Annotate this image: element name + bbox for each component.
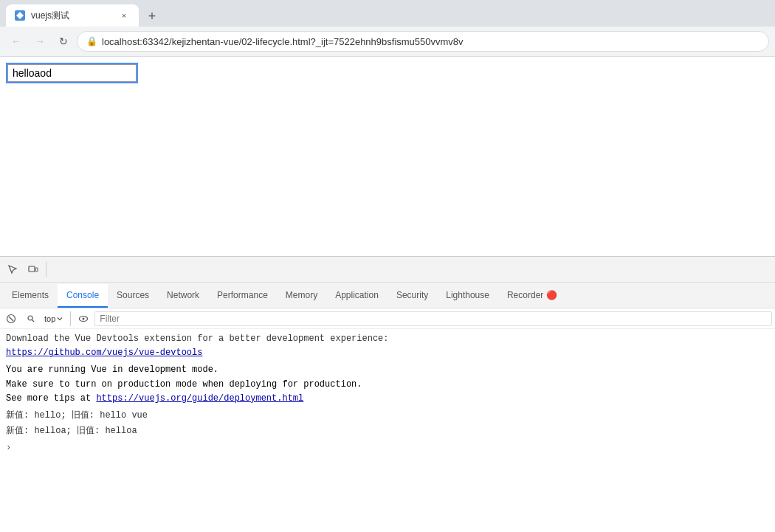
tab-recorder[interactable]: Recorder 🔴: [498, 284, 566, 308]
inspect-element-button[interactable]: [3, 260, 22, 279]
tab-title: vuejs测试: [31, 10, 112, 22]
console-devmode-line3: See more tips at: [6, 393, 96, 404]
console-input[interactable]: [14, 443, 769, 454]
console-filter-input[interactable]: [94, 311, 772, 326]
console-log1-text: 新值: hello; 旧值: hello vue: [6, 410, 148, 421]
console-message-log1: 新值: hello; 旧值: hello vue: [6, 409, 769, 423]
svg-rect-1: [35, 268, 38, 272]
favicon-icon: [16, 12, 24, 19]
tab-sources[interactable]: Sources: [108, 284, 158, 308]
tab-bar: vuejs测试 × +: [0, 0, 775, 27]
tab-performance[interactable]: Performance: [208, 284, 277, 308]
console-log2-text: 新值: helloa; 旧值: helloa: [6, 426, 137, 436]
toolbar-separator: [46, 262, 46, 277]
reload-button[interactable]: ↻: [53, 31, 74, 52]
devtools-top-toolbar: [0, 257, 775, 283]
eye-button[interactable]: [75, 311, 92, 327]
filter-button[interactable]: [22, 311, 38, 327]
console-message-log2: 新值: helloa; 旧值: helloa: [6, 424, 769, 438]
address-input-wrap[interactable]: 🔒 localhost:63342/kejizhentan-vue/02-lif…: [77, 31, 769, 52]
console-prompt[interactable]: ›: [6, 441, 769, 455]
console-message-vudevtools: Download the Vue Devtools extension for …: [6, 332, 769, 360]
console-separator: [70, 311, 71, 326]
console-content: Download the Vue Devtools extension for …: [0, 329, 775, 518]
tab-favicon: [15, 10, 25, 21]
vue-input[interactable]: [7, 64, 137, 82]
tab-network[interactable]: Network: [158, 284, 208, 308]
new-tab-button[interactable]: +: [142, 6, 162, 27]
svg-point-4: [28, 316, 32, 320]
page-content: [0, 57, 775, 256]
lock-icon: 🔒: [86, 36, 97, 46]
tab-elements[interactable]: Elements: [3, 284, 58, 308]
tab-close-button[interactable]: ×: [118, 10, 130, 21]
console-message-devmode: You are running Vue in development mode.…: [6, 363, 769, 406]
console-devmode-line1: You are running Vue in development mode.: [6, 365, 218, 375]
tab-lighthouse[interactable]: Lighthouse: [437, 284, 498, 308]
clear-console-button[interactable]: [3, 311, 19, 327]
console-vudevtools-link[interactable]: https://github.com/vuejs/vue-devtools: [6, 348, 202, 358]
address-bar: ← → ↻ 🔒 localhost:63342/kejizhentan-vue/…: [0, 27, 775, 56]
console-deploy-link[interactable]: https://vuejs.org/guide/deployment.html: [96, 393, 303, 404]
svg-line-5: [32, 319, 35, 322]
console-toolbar: top: [0, 308, 775, 329]
svg-line-3: [9, 317, 13, 321]
console-devmode-line2: Make sure to turn on production mode whe…: [6, 379, 362, 390]
active-tab[interactable]: vuejs测试 ×: [6, 4, 139, 27]
tab-console[interactable]: Console: [58, 284, 108, 308]
url-display: localhost:63342/kejizhentan-vue/02-lifec…: [102, 36, 760, 47]
tab-application[interactable]: Application: [326, 284, 388, 308]
svg-rect-0: [29, 266, 35, 272]
context-value: top: [44, 314, 55, 323]
tab-memory[interactable]: Memory: [277, 284, 326, 308]
svg-point-7: [83, 317, 85, 319]
console-vudevtools-text: Download the Vue Devtools extension for …: [6, 334, 388, 344]
devtools-tabs: Elements Console Sources Network Perform…: [0, 283, 775, 308]
context-selector[interactable]: top: [41, 313, 66, 325]
tab-security[interactable]: Security: [388, 284, 437, 308]
prompt-chevron-icon: ›: [6, 441, 11, 455]
back-button[interactable]: ←: [6, 31, 27, 52]
devtools-panel: Elements Console Sources Network Perform…: [0, 256, 775, 518]
forward-button[interactable]: →: [30, 31, 50, 52]
device-toolbar-button[interactable]: [24, 260, 43, 279]
browser-chrome: vuejs测试 × + ← → ↻ 🔒 localhost:63342/keji…: [0, 0, 775, 57]
